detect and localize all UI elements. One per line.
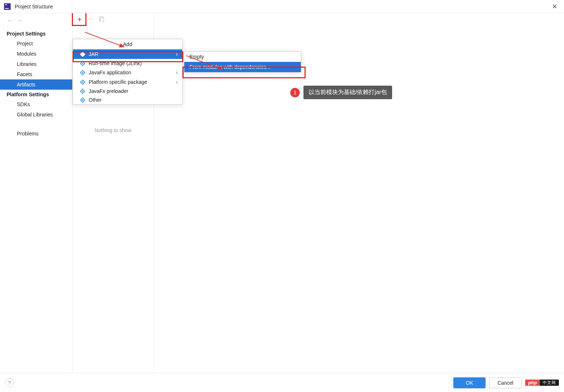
cancel-label: Cancel	[497, 380, 513, 386]
jar-submenu: EmptyFrom modules with dependencies...	[184, 51, 301, 72]
artifact-type-icon	[80, 60, 85, 66]
watermark-left: php	[525, 380, 540, 386]
sidebar-item-global-libraries[interactable]: Global Libraries	[0, 109, 72, 120]
menu-item-other[interactable]: Other	[73, 96, 182, 104]
svg-rect-1	[5, 4, 7, 5]
help-button[interactable]: ?	[5, 378, 14, 387]
submenu-item-empty[interactable]: Empty	[184, 52, 301, 62]
sidebar-item-problems[interactable]: Problems	[0, 128, 72, 139]
watermark: php 中文网	[525, 380, 559, 386]
annotation-text: 以当前模块为基础/依赖打jar包	[303, 86, 392, 99]
svg-rect-2	[5, 8, 9, 9]
add-button[interactable]: ＋	[74, 14, 85, 25]
watermark-right: 中文网	[540, 380, 559, 386]
close-icon[interactable]: ✕	[549, 1, 560, 12]
chevron-right-icon: ›	[176, 79, 178, 85]
artifact-type-icon	[80, 79, 85, 85]
remove-button[interactable]: −	[85, 14, 96, 25]
annotation-number: 1	[290, 88, 300, 97]
menu-item-platform-specific-package[interactable]: Platform specific package›	[73, 77, 182, 87]
sidebar-item-modules[interactable]: Modules	[0, 49, 72, 59]
menu-item-label: Platform specific package	[89, 79, 173, 85]
titlebar: Project Structure ✕	[0, 0, 564, 13]
menu-item-label: JavaFx application	[89, 70, 173, 75]
artifact-type-icon	[80, 97, 85, 103]
window-title: Project Structure	[15, 4, 53, 10]
sidebar-item-project[interactable]: Project	[0, 38, 72, 49]
app-icon	[4, 3, 11, 10]
empty-state-text: Nothing to show	[73, 127, 154, 133]
forward-button[interactable]: →	[16, 17, 23, 25]
sidebar: ← → Project Settings ProjectModulesLibra…	[0, 13, 73, 373]
ok-label: OK	[466, 380, 473, 386]
menu-item-label: Other	[89, 97, 178, 103]
copy-button[interactable]	[96, 14, 107, 25]
chevron-right-icon: ›	[176, 51, 178, 57]
menu-item-label: Run-time image (JLink)	[89, 60, 178, 66]
sidebar-item-sdks[interactable]: SDKs	[0, 99, 72, 109]
menu-item-javafx-application[interactable]: JavaFx application›	[73, 68, 182, 77]
annotation: 1 以当前模块为基础/依赖打jar包	[290, 86, 392, 99]
svg-rect-4	[100, 18, 104, 22]
menu-item-jar[interactable]: JAR›	[73, 49, 182, 59]
toolbar: ＋ −	[73, 13, 154, 25]
main-area: ← → Project Settings ProjectModulesLibra…	[0, 13, 564, 373]
svg-rect-0	[4, 3, 11, 10]
annotation-box	[72, 13, 86, 26]
sidebar-item-artifacts[interactable]: Artifacts	[0, 79, 72, 90]
add-artifact-menu: Add JAR›Run-time image (JLink)JavaFx app…	[73, 39, 183, 105]
footer: ? OK Cancel php 中文网	[0, 373, 564, 392]
menu-item-javafx-preloader[interactable]: JavaFx preloader	[73, 87, 182, 96]
artifact-type-icon	[80, 70, 85, 75]
cancel-button[interactable]: Cancel	[489, 377, 521, 388]
artifact-type-icon	[80, 51, 85, 57]
menu-item-run-time-image-jlink-[interactable]: Run-time image (JLink)	[73, 59, 182, 68]
menu-item-label: JAR	[89, 51, 173, 57]
ok-button[interactable]: OK	[453, 377, 486, 388]
menu-header: Add	[73, 39, 182, 49]
artifact-type-icon	[80, 88, 85, 94]
sidebar-item-libraries[interactable]: Libraries	[0, 59, 72, 69]
sidebar-item-facets[interactable]: Facets	[0, 69, 72, 79]
back-button[interactable]: ←	[7, 17, 13, 25]
section-platform-settings: Platform Settings	[0, 90, 72, 99]
submenu-item-from-modules-with-dependencies[interactable]: From modules with dependencies...	[184, 62, 301, 72]
section-project-settings: Project Settings	[0, 29, 72, 38]
chevron-right-icon: ›	[176, 69, 178, 76]
menu-item-label: JavaFx preloader	[89, 88, 178, 94]
